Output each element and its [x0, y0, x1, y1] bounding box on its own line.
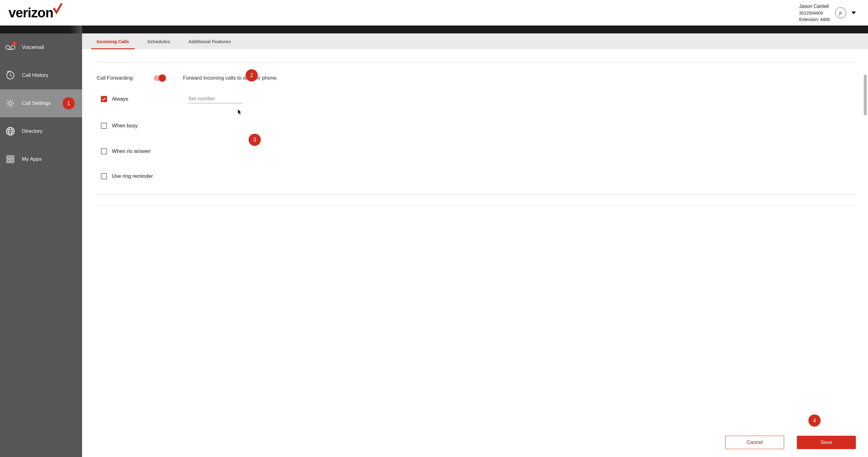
sidebar-item-my-apps[interactable]: My Apps — [0, 145, 82, 173]
sidebar-item-label: Call History — [22, 72, 48, 78]
svg-point-4 — [9, 102, 12, 105]
tab-schedules[interactable]: Schedules — [147, 33, 170, 49]
avatar-initials: jc — [839, 10, 842, 15]
svg-rect-15 — [12, 158, 14, 160]
sidebar: 1 Voicemail Call History Call Settings 1 — [0, 26, 82, 457]
save-button[interactable]: Save — [797, 436, 856, 449]
content-topbar — [82, 26, 868, 33]
svg-rect-11 — [9, 155, 11, 157]
call-forwarding-description: Forward incoming calls to another phone. — [183, 75, 278, 81]
sidebar-item-label: Directory — [22, 128, 42, 134]
always-checkbox[interactable] — [101, 96, 107, 102]
scrollbar-thumb[interactable] — [864, 75, 867, 116]
callout-4: 4 — [808, 415, 820, 427]
svg-rect-18 — [12, 161, 14, 163]
callout-1: 1 — [63, 97, 75, 109]
sidebar-item-directory[interactable]: Directory — [0, 117, 82, 145]
sidebar-item-label: Call Settings — [22, 100, 51, 106]
option-ring-reminder: Use ring reminder — [101, 173, 856, 179]
svg-rect-10 — [6, 155, 8, 157]
ring-reminder-checkbox[interactable] — [101, 173, 107, 179]
svg-rect-13 — [6, 158, 8, 160]
tab-label: Additional Features — [188, 39, 231, 44]
option-when-busy: When busy — [101, 123, 856, 129]
call-forwarding-toggle[interactable] — [154, 75, 165, 81]
sidebar-item-label: My Apps — [22, 156, 42, 162]
tab-label: Schedules — [147, 39, 170, 44]
gear-icon — [5, 98, 15, 108]
form-actions: Cancel Save — [725, 436, 856, 449]
user-extension: Extension: 4409 — [799, 17, 830, 23]
callout-3: 3 — [249, 134, 261, 146]
voicemail-badge: 1 — [12, 41, 17, 45]
tab-label: Incoming Calls — [97, 39, 129, 44]
svg-point-1 — [11, 45, 15, 49]
user-info: Jason Cantell 3012504409 Extension: 4409 — [799, 3, 830, 23]
voicemail-icon: 1 — [5, 42, 15, 52]
brand-name: verizon — [8, 5, 53, 20]
svg-rect-16 — [6, 161, 8, 163]
tab-additional-features[interactable]: Additional Features — [188, 33, 231, 49]
when-busy-label: When busy — [112, 123, 138, 129]
call-forwarding-section-header: Call Forwarding Forward incoming calls t… — [97, 75, 856, 81]
sidebar-item-label: Voicemail — [22, 44, 44, 51]
brand-logo: verizon — [8, 5, 62, 20]
content-area: Incoming Calls Schedules Additional Feat… — [82, 26, 868, 457]
when-no-answer-checkbox[interactable] — [101, 148, 107, 154]
divider — [97, 63, 856, 63]
user-menu[interactable]: Jason Cantell 3012504409 Extension: 4409… — [799, 3, 856, 23]
option-when-no-answer: When no answer — [101, 148, 856, 154]
option-always: Always — [101, 95, 856, 103]
when-busy-checkbox[interactable] — [101, 123, 107, 129]
call-forwarding-title: Call Forwarding — [97, 75, 150, 81]
callout-2: 2 — [246, 69, 258, 81]
apps-grid-icon — [5, 154, 15, 164]
sidebar-item-call-history[interactable]: Call History — [0, 61, 82, 89]
svg-point-0 — [6, 45, 10, 49]
chevron-down-icon[interactable] — [851, 11, 856, 14]
app-header: verizon Jason Cantell 3012504409 Extensi… — [0, 0, 868, 26]
svg-rect-17 — [9, 161, 11, 163]
tabstrip: Incoming Calls Schedules Additional Feat… — [82, 33, 868, 49]
ring-reminder-label: Use ring reminder — [112, 173, 153, 179]
always-label: Always — [112, 96, 128, 102]
sidebar-item-voicemail[interactable]: 1 Voicemail — [0, 33, 82, 61]
when-no-answer-label: When no answer — [112, 148, 151, 154]
always-number-input[interactable] — [188, 95, 243, 103]
save-label: Save — [820, 439, 832, 446]
divider — [97, 194, 856, 195]
cancel-label: Cancel — [747, 439, 763, 446]
call-history-icon — [5, 70, 15, 80]
user-name: Jason Cantell — [799, 3, 830, 10]
user-phone: 3012504409 — [799, 10, 830, 17]
cancel-button[interactable]: Cancel — [725, 436, 784, 449]
svg-rect-12 — [12, 155, 14, 157]
tab-incoming-calls[interactable]: Incoming Calls — [97, 33, 129, 49]
globe-icon — [5, 126, 15, 136]
brand-check-icon — [53, 2, 62, 17]
sidebar-item-call-settings[interactable]: Call Settings 1 — [0, 89, 82, 117]
avatar: jc — [835, 7, 846, 18]
svg-rect-14 — [9, 158, 11, 160]
